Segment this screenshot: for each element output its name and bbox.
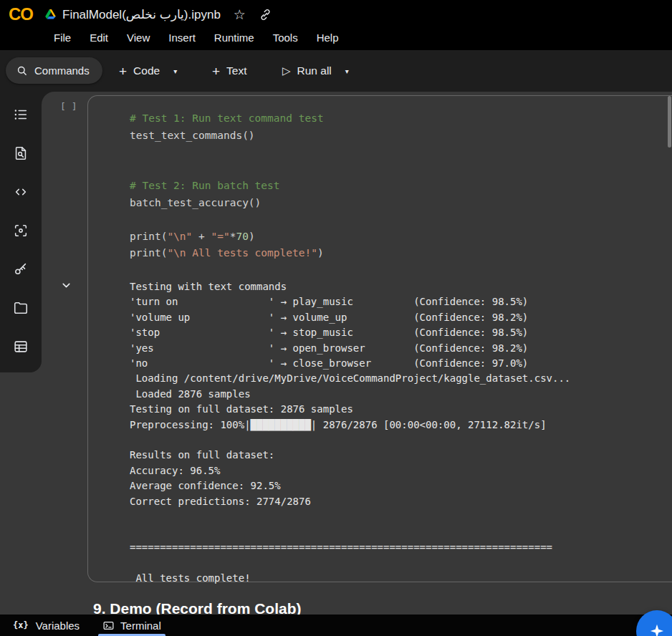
output-line: 'volume up ' → volume_up (Confidence: 98…	[130, 310, 570, 325]
code-line[interactable]	[130, 144, 324, 161]
eye-scanner-icon[interactable]	[6, 216, 35, 245]
commands-button[interactable]: Commands	[6, 57, 102, 84]
menu-bar: FileEditViewInsertRuntimeToolsHelp	[44, 26, 348, 49]
menu-edit[interactable]: Edit	[80, 26, 117, 49]
add-code-button[interactable]: + Code ▾	[113, 59, 183, 83]
chevron-down-icon[interactable]: ▾	[345, 67, 349, 75]
files-folder-icon[interactable]	[6, 294, 35, 322]
add-text-label: Text	[226, 64, 246, 77]
variables-icon: {x}	[11, 620, 30, 631]
output-line: ========================================…	[130, 540, 570, 555]
table-of-contents-icon[interactable]	[6, 100, 35, 129]
plus-icon: +	[119, 64, 127, 78]
output-line: 'yes ' → open_browser (Confidence: 98.2%…	[130, 341, 570, 356]
sidebar-rail	[0, 92, 42, 372]
add-code-label: Code	[133, 64, 160, 77]
code-snippets-icon[interactable]	[6, 178, 35, 206]
code-line[interactable]: print("\n" + "="*70)	[130, 228, 324, 246]
colab-logo[interactable]: CO	[9, 4, 33, 24]
cell-output: Testing with text commands'turn on ' → p…	[130, 279, 570, 586]
find-and-replace-icon[interactable]	[6, 139, 35, 168]
terminal-icon	[102, 620, 115, 632]
output-line: All tests complete!	[130, 571, 570, 586]
add-text-button[interactable]: + Text	[206, 59, 253, 83]
menu-tools[interactable]: Tools	[264, 26, 307, 49]
output-line: Preprocessing: 100%|██████████| 2876/287…	[130, 418, 570, 433]
output-line: 'turn on ' → play_music (Confidence: 98.…	[130, 294, 570, 309]
code-cell[interactable]: # Test 1: Run text command testtest_text…	[87, 95, 672, 582]
play-icon: ▷	[282, 64, 291, 77]
output-line: Testing on full dataset: 2876 samples	[130, 402, 570, 417]
notebook-surface: [ ] # Test 1: Run text command testtest_…	[0, 92, 672, 615]
output-line	[130, 509, 570, 524]
output-line: 'no ' → close_browser (Confidence: 97.0%…	[130, 356, 570, 371]
output-line: Average confidence: 92.5%	[130, 478, 570, 493]
code-line[interactable]: # Test 1: Run text command test	[130, 110, 324, 127]
cell-run-indicator[interactable]: [ ]	[60, 101, 77, 112]
toolbar: Commands + Code ▾ + Text ▷ Run all ▾	[0, 50, 672, 92]
output-line: Results on full dataset:	[130, 448, 570, 463]
menu-view[interactable]: View	[117, 26, 159, 49]
chevron-down-icon[interactable]: ▾	[173, 67, 177, 75]
run-all-button[interactable]: ▷ Run all ▾	[277, 59, 355, 83]
rounded-corner	[42, 92, 54, 105]
spark-icon	[649, 623, 665, 636]
output-line: Loading /content/drive/MyDrive/VoiceComm…	[130, 371, 570, 386]
output-line	[130, 555, 570, 570]
star-icon[interactable]: ☆	[234, 8, 246, 21]
output-line	[130, 525, 570, 540]
code-line[interactable]: test_text_commands()	[130, 127, 324, 145]
secrets-key-icon[interactable]	[6, 255, 35, 284]
google-drive-icon	[44, 9, 57, 20]
output-line: Testing with text commands	[130, 279, 570, 294]
menu-file[interactable]: File	[44, 26, 80, 49]
terminal-label: Terminal	[120, 620, 161, 632]
code-line[interactable]: # Test 2: Run batch test	[130, 178, 324, 195]
output-line: 'stop ' → stop_music (Confidence: 98.5%)	[130, 325, 570, 340]
output-line: Loaded 2876 samples	[130, 387, 570, 402]
code-line[interactable]	[130, 211, 324, 228]
search-icon	[16, 64, 28, 77]
notebook-title[interactable]: FinalModel(يارب نخلص).ipynb	[62, 7, 221, 22]
data-table-icon[interactable]	[6, 332, 35, 361]
variables-label: Variables	[36, 620, 80, 632]
plus-icon: +	[212, 64, 220, 78]
output-line	[130, 433, 570, 448]
code-line[interactable]: batch_test_accuracy()	[130, 195, 324, 212]
menu-help[interactable]: Help	[307, 26, 348, 49]
header: CO FinalModel(يارب نخلص).ipynb ☆ FileEdi…	[0, 0, 672, 50]
variables-tab[interactable]: {x} Variables	[0, 615, 91, 636]
run-all-label: Run all	[297, 64, 332, 77]
collapse-output-chevron-icon[interactable]	[60, 279, 72, 292]
bottom-bar: {x} Variables Terminal	[0, 615, 672, 636]
code-editor[interactable]: # Test 1: Run text command testtest_text…	[130, 110, 324, 262]
output-line: Correct predictions: 2774/2876	[130, 494, 570, 509]
code-line[interactable]: print("\n All tests complete!")	[130, 245, 324, 262]
link-icon[interactable]	[259, 8, 272, 21]
code-line[interactable]	[130, 161, 324, 178]
output-line: Accuracy: 96.5%	[130, 463, 570, 478]
menu-runtime[interactable]: Runtime	[205, 26, 264, 49]
commands-label: Commands	[34, 64, 90, 77]
menu-insert[interactable]: Insert	[159, 26, 205, 49]
terminal-tab[interactable]: Terminal	[91, 615, 173, 636]
